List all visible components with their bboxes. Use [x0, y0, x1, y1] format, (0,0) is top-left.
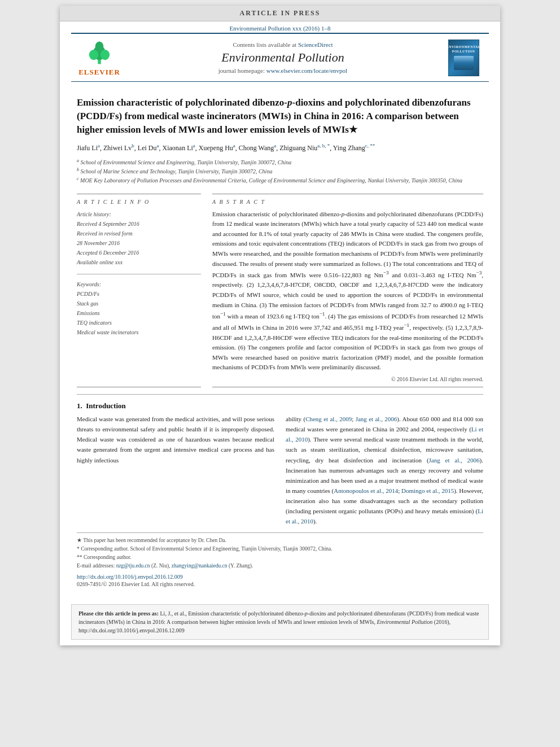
article-info-header: A R T I C L E I N F O: [77, 199, 201, 205]
abstract-header: A B S T R A C T: [212, 199, 483, 205]
homepage-link[interactable]: www.elsevier.com/locate/envpol: [266, 67, 347, 74]
affiliation-a: a School of Environmental Science and En…: [77, 158, 483, 167]
elsevier-logo: ELSEVIER: [77, 38, 122, 77]
svg-point-2: [89, 50, 98, 60]
keywords-title: Keywords:: [77, 281, 201, 287]
intro-left-text: Medical waste was generated from the med…: [77, 414, 274, 465]
intro-right-text: ability (Cheng et al., 2009; Jang et al.…: [286, 414, 483, 527]
intro-left: Medical waste was generated from the med…: [77, 414, 274, 527]
ref-domingo-2015[interactable]: Domingo et al., 2015: [401, 487, 454, 494]
elsevier-label: ELSEVIER: [78, 68, 120, 77]
abstract-text: Emission characteristic of polychlorinat…: [212, 209, 483, 373]
journal-header: ELSEVIER Contents lists available at Sci…: [71, 33, 489, 82]
email1-link[interactable]: nzg@tju.edu.cn: [116, 563, 150, 569]
received-revised-date: 28 November 2016: [77, 238, 201, 248]
article-title: Emission characteristic of polychlorinat…: [77, 96, 483, 136]
article-history: Article history: Received 4 September 20…: [77, 209, 201, 267]
affiliations: a School of Environmental Science and En…: [77, 158, 483, 185]
article-info-col: A R T I C L E I N F O Article history: R…: [77, 194, 201, 387]
received-date: Received 4 September 2016: [77, 219, 201, 229]
journal-logo-right: ENVIRONMENTALPOLLUTION: [444, 40, 483, 76]
journal-ref: Environmental Pollution xxx (2016) 1–8: [60, 21, 500, 33]
affiliation-c: c MOE Key Laboratory of Pollution Proces…: [77, 176, 483, 185]
intro-section: Medical waste was generated from the med…: [77, 414, 483, 527]
history-label: Article history:: [77, 209, 201, 219]
main-content: Emission characteristic of polychlorinat…: [60, 82, 500, 599]
email2-link[interactable]: zhangying@nankaiedu.cn: [172, 563, 228, 569]
keywords-list: PCDD/Fs Stack gas Emissions TEQ indicato…: [77, 289, 201, 337]
copyright-line: © 2016 Elsevier Ltd. All rights reserved…: [212, 376, 483, 382]
svg-point-4: [95, 41, 104, 51]
journal-title: Environmental Pollution: [122, 50, 444, 65]
elsevier-tree-icon: [85, 38, 113, 67]
section-divider: [77, 394, 483, 395]
footnote-single-star: * Corresponding author. School of Enviro…: [77, 545, 483, 553]
abstract-col: A B S T R A C T Emission characteristic …: [212, 194, 483, 387]
svg-point-3: [100, 50, 110, 60]
issn-line: 0269-7491/© 2016 Elsevier Ltd. All right…: [77, 581, 483, 587]
env-poll-badge: ENVIRONMENTALPOLLUTION: [448, 40, 479, 76]
ref-li-2010b[interactable]: Li et al., 2010: [286, 508, 483, 525]
intro-right: ability (Cheng et al., 2009; Jang et al.…: [286, 414, 483, 527]
ref-jang-2006[interactable]: Jang et al., 2006: [356, 416, 397, 422]
footnote-star: ★ This paper has been recommended for ac…: [77, 536, 483, 545]
ref-li-2010[interactable]: Li et al., 2010: [286, 426, 483, 443]
affiliation-b: b School of Marine Science and Technolog…: [77, 167, 483, 176]
footnotes: ★ This paper has been recommended for ac…: [77, 532, 483, 571]
accepted-date: Accepted 6 December 2016: [77, 248, 201, 257]
citation-footer: Please cite this article in press as: Li…: [71, 604, 489, 640]
received-revised-label: Received in revised form: [77, 229, 201, 238]
journal-center: Contents lists available at ScienceDirec…: [122, 41, 444, 74]
ref-jang-2006b[interactable]: Jang et al., 2006: [429, 457, 480, 464]
sciencedirect-link[interactable]: ScienceDirect: [298, 41, 333, 48]
authors: Jiafu Lia, Zhiwei Lvb, Lei Dua, Xiaonan …: [77, 142, 483, 154]
ref-antonopoulos-2014[interactable]: Antonopoulos et al., 2014: [334, 487, 398, 494]
keywords-section: Keywords: PCDD/Fs Stack gas Emissions TE…: [77, 274, 201, 337]
homepage-line: journal homepage: www.elsevier.com/locat…: [122, 67, 444, 74]
intro-section-number: 1. Introduction: [77, 401, 483, 410]
available-online: Available online xxx: [77, 257, 201, 267]
press-banner: ARTICLE IN PRESS: [60, 6, 500, 21]
email-line: E-mail addresses: nzg@tju.edu.cn (Z. Niu…: [77, 562, 483, 570]
ref-cheng-2009[interactable]: Cheng et al., 2009: [305, 416, 352, 422]
footnote-double-star: ** Corresponding author.: [77, 553, 483, 562]
doi-line[interactable]: http://dx.doi.org/10.1016/j.envpol.2016.…: [77, 574, 483, 580]
two-col-section: A R T I C L E I N F O Article history: R…: [77, 194, 483, 387]
sciencedirect-line: Contents lists available at ScienceDirec…: [122, 41, 444, 48]
